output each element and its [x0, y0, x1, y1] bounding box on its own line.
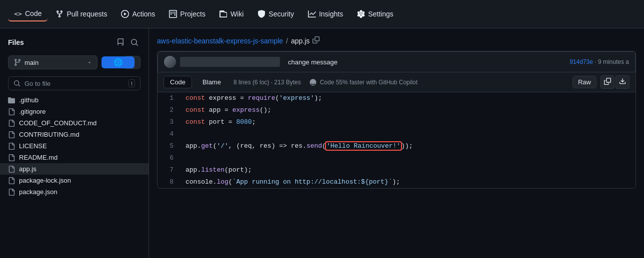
copilot-badge: Code 55% faster with GitHub Copilot: [309, 78, 418, 86]
sidebar: Files main 🌐: [0, 28, 149, 258]
nav-security[interactable]: Security: [252, 7, 300, 21]
nav-code[interactable]: <> Code: [8, 6, 48, 21]
download-button[interactable]: [616, 75, 630, 89]
file-item-github[interactable]: .github: [0, 94, 148, 106]
file-icon: [8, 120, 15, 127]
file-tree: .github .gitignore CODE_OF_CONDUCT.md CO…: [0, 94, 148, 198]
commit-time-text: 9 minutes a: [598, 58, 629, 65]
projects-icon: [169, 10, 177, 18]
nav-insights-label: Insights: [319, 10, 343, 18]
commit-meta: 914d73e · 9 minutes a: [570, 58, 629, 65]
file-item-package-lock[interactable]: package-lock.json: [0, 175, 148, 186]
security-icon: [258, 10, 266, 18]
code-line-5: 5 app.get('/', (req, res) => res.send('H…: [158, 140, 636, 152]
nav-insights[interactable]: Insights: [302, 7, 349, 21]
file-name: .gitignore: [19, 108, 46, 115]
file-icon: [8, 154, 15, 161]
file-item-license[interactable]: LICENSE: [0, 140, 148, 152]
line-number: 1: [158, 92, 182, 104]
settings-icon: [357, 10, 365, 18]
line-content: app.get('/', (req, res) => res.send('Hel…: [182, 140, 413, 152]
file-item-gitignore[interactable]: .gitignore: [0, 106, 148, 117]
file-item-code-of-conduct[interactable]: CODE_OF_CONDUCT.md: [0, 117, 148, 129]
branch-row: main 🌐: [8, 54, 140, 70]
file-icon: [8, 189, 15, 196]
nav-settings-label: Settings: [368, 10, 394, 18]
commit-time: ·: [594, 58, 598, 65]
line-content: const port = 8080;: [182, 116, 256, 128]
copilot-icon: [309, 78, 317, 86]
file-item-contributing[interactable]: CONTRIBUTING.md: [0, 129, 148, 140]
sidebar-title: Files: [8, 38, 24, 46]
main-content: aws-elastic-beanstalk-express-js-sample …: [149, 28, 644, 258]
nav-code-label: Code: [25, 9, 42, 17]
add-file-button[interactable]: [114, 36, 126, 48]
line-content: app.listen(port);: [182, 164, 252, 176]
copy-path-button[interactable]: [312, 36, 320, 45]
file-icon: [8, 166, 15, 173]
code-body: 1 const express = require('express'); 2 …: [158, 92, 636, 188]
line-number: 3: [158, 116, 182, 128]
line-number: 8: [158, 176, 182, 188]
nav-projects[interactable]: Projects: [163, 7, 212, 21]
copilot-text: Code 55% faster with GitHub Copilot: [320, 79, 418, 86]
translate-button[interactable]: 🌐: [102, 56, 134, 68]
copy-raw-button[interactable]: [600, 75, 614, 89]
avatar: [164, 56, 176, 68]
branch-selector[interactable]: main: [8, 55, 98, 69]
tab-blame[interactable]: Blame: [196, 76, 228, 88]
top-nav: <> Code Pull requests Actions Projects W…: [0, 0, 644, 28]
file-item-app-js[interactable]: app.js: [0, 163, 148, 175]
line-content: const express = require('express');: [182, 92, 322, 104]
file-name: app.js: [19, 165, 36, 173]
file-name: package.json: [19, 188, 58, 196]
tab-code[interactable]: Code: [164, 76, 192, 88]
file-name: README.md: [19, 154, 58, 161]
wiki-icon: [220, 10, 228, 18]
nav-wiki[interactable]: Wiki: [214, 7, 250, 21]
nav-security-label: Security: [268, 10, 294, 18]
line-number: 5: [158, 140, 182, 152]
commit-message-text: change message: [288, 58, 338, 66]
search-files-button[interactable]: [128, 36, 140, 48]
file-name: CONTRIBUTING.md: [19, 131, 80, 138]
line-content: console.log(`App running on http://local…: [182, 176, 400, 188]
branch-name: main: [24, 59, 84, 66]
nav-projects-label: Projects: [180, 10, 206, 18]
code-line-1: 1 const express = require('express');: [158, 92, 636, 104]
line-content: [182, 152, 190, 164]
code-line-4: 4: [158, 128, 636, 140]
nav-settings[interactable]: Settings: [351, 7, 400, 21]
search-icon: [14, 80, 20, 87]
file-icon: [8, 177, 15, 184]
sidebar-actions: [114, 36, 140, 48]
line-content: [182, 128, 190, 140]
nav-pull-requests[interactable]: Pull requests: [50, 7, 113, 21]
search-input[interactable]: [24, 80, 124, 87]
main-layout: Files main 🌐: [0, 28, 644, 258]
breadcrumb-repo[interactable]: aws-elastic-beanstalk-express-js-sample: [157, 37, 283, 45]
line-number: 7: [158, 164, 182, 176]
raw-button[interactable]: Raw: [572, 76, 596, 88]
file-name: .github: [19, 96, 38, 104]
actions-icon: [121, 10, 129, 18]
code-line-7: 7 app.listen(port);: [158, 164, 636, 176]
breadcrumb-separator: /: [286, 37, 288, 45]
commit-hash[interactable]: 914d73e: [570, 58, 593, 65]
code-toolbar: Code Blame 8 lines (6 loc) · 213 Bytes C…: [158, 72, 636, 92]
line-number: 6: [158, 152, 182, 164]
file-item-readme[interactable]: README.md: [0, 152, 148, 163]
file-name: LICENSE: [19, 142, 47, 150]
search-box: t: [8, 76, 140, 90]
file-icon: [8, 143, 15, 150]
file-name: CODE_OF_CONDUCT.md: [19, 119, 96, 127]
code-line-6: 6: [158, 152, 636, 164]
file-name: package-lock.json: [19, 177, 71, 184]
code-line-8: 8 console.log(`App running on http://loc…: [158, 176, 636, 188]
file-item-package-json[interactable]: package.json: [0, 186, 148, 198]
commit-bar: change message 914d73e · 9 minutes a: [158, 51, 636, 72]
nav-wiki-label: Wiki: [230, 10, 244, 18]
nav-actions[interactable]: Actions: [115, 7, 161, 21]
folder-icon: [8, 97, 15, 104]
code-stats: 8 lines (6 loc) · 213 Bytes: [234, 79, 301, 86]
